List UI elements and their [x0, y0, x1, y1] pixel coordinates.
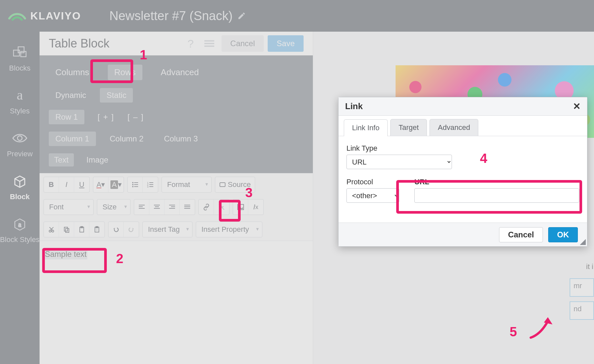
- size-select[interactable]: Size: [97, 199, 130, 215]
- image-button[interactable]: [233, 199, 248, 215]
- bg-color-button[interactable]: A▾: [108, 177, 124, 192]
- cut-button[interactable]: [44, 222, 59, 237]
- tab-dynamic[interactable]: Dynamic: [49, 88, 93, 103]
- tab-rows[interactable]: Rows: [108, 65, 142, 80]
- link-type-select[interactable]: URL: [346, 155, 452, 169]
- resize-grip-icon[interactable]: [580, 239, 586, 245]
- document-title[interactable]: Newsletter #7 (Snack): [109, 9, 246, 23]
- cancel-button[interactable]: Cancel: [222, 35, 264, 52]
- align-right-button[interactable]: [164, 199, 180, 215]
- font-select[interactable]: Font: [44, 199, 93, 215]
- sidebar-item-block[interactable]: Block: [10, 172, 30, 201]
- source-button[interactable]: Source: [215, 177, 255, 192]
- svg-rect-29: [171, 206, 175, 207]
- column-3-chip[interactable]: Column 3: [157, 132, 204, 146]
- preview-column-box: nd: [570, 301, 594, 320]
- svg-line-34: [219, 204, 224, 210]
- copy-button[interactable]: [59, 222, 74, 237]
- tab-image[interactable]: Image: [81, 153, 114, 167]
- dialog-body: Link Type URL Protocol <other> URL: [339, 136, 587, 223]
- svg-rect-7: [204, 43, 214, 44]
- editor-panel: Table Block ? Cancel Save Columns Rows A…: [40, 32, 313, 364]
- tab-advanced[interactable]: Advanced: [154, 65, 206, 80]
- insert-tag-select[interactable]: Insert Tag: [143, 222, 192, 237]
- sidebar-label: Block Styles: [0, 235, 40, 244]
- dialog-titlebar[interactable]: Link ✕: [339, 97, 587, 116]
- undo-button[interactable]: [108, 222, 124, 237]
- structure-tabs: Columns Rows Advanced: [49, 65, 304, 80]
- mode-tabs: Dynamic Static: [49, 88, 304, 103]
- align-justify-button[interactable]: [180, 199, 195, 215]
- sidebar-item-blocks[interactable]: Blocks: [9, 44, 31, 73]
- redo-button[interactable]: [124, 222, 139, 237]
- styles-icon: a: [11, 86, 29, 104]
- svg-point-4: [17, 136, 22, 140]
- dialog-tabs: Link Info Target Advanced: [339, 116, 587, 136]
- svg-rect-22: [139, 205, 145, 205]
- svg-rect-18: [149, 184, 153, 185]
- sidebar-item-preview[interactable]: Preview: [7, 129, 33, 158]
- align-center-button[interactable]: [149, 199, 164, 215]
- url-input[interactable]: [414, 188, 579, 203]
- paste-text-button[interactable]: T: [89, 222, 104, 237]
- link-type-label: Link Type: [346, 144, 579, 153]
- dialog-ok-button[interactable]: OK: [548, 227, 578, 242]
- preview-fragment: it i: [586, 262, 593, 271]
- italic-button[interactable]: I: [59, 177, 74, 192]
- topbar: KLAVIYO Newsletter #7 (Snack): [0, 0, 594, 32]
- editor-canvas[interactable]: Sample text: [40, 241, 313, 364]
- underline-button[interactable]: U: [74, 177, 89, 192]
- align-left-button[interactable]: [134, 199, 149, 215]
- preview-icon: [11, 129, 29, 147]
- save-button[interactable]: Save: [268, 35, 304, 52]
- paste-button[interactable]: [74, 222, 89, 237]
- svg-rect-23: [139, 206, 143, 207]
- tab-columns[interactable]: Columns: [49, 65, 96, 80]
- number-list-button[interactable]: 123: [143, 177, 158, 192]
- svg-rect-33: [184, 208, 190, 209]
- insert-property-select[interactable]: Insert Property: [196, 222, 262, 237]
- svg-text:a: a: [18, 221, 21, 228]
- unlink-button[interactable]: [214, 199, 229, 215]
- svg-rect-26: [155, 206, 159, 207]
- edit-title-icon[interactable]: [237, 12, 246, 20]
- source-label: Source: [228, 180, 251, 189]
- svg-rect-30: [169, 208, 175, 209]
- svg-rect-31: [184, 205, 190, 205]
- dialog-close-button[interactable]: ✕: [573, 101, 580, 112]
- format-select[interactable]: Format: [162, 177, 211, 192]
- link-button[interactable]: [199, 199, 214, 215]
- tab-text[interactable]: Text: [49, 153, 74, 167]
- dialog-title: Link: [345, 101, 363, 111]
- preview-column-box: mr: [570, 278, 594, 297]
- sidebar-item-styles[interactable]: a Styles: [10, 86, 30, 115]
- svg-text:T: T: [96, 229, 98, 232]
- block-styles-icon: a: [11, 215, 29, 233]
- sample-text[interactable]: Sample text: [44, 249, 87, 259]
- help-icon[interactable]: ?: [184, 37, 197, 50]
- tab-static[interactable]: Static: [100, 88, 133, 103]
- panel-title: Table Block: [49, 37, 180, 50]
- bullet-list-button[interactable]: [128, 177, 143, 192]
- protocol-select[interactable]: <other>: [346, 188, 399, 203]
- svg-rect-12: [134, 184, 138, 185]
- dialog-tab-advanced[interactable]: Advanced: [430, 119, 478, 136]
- url-label: URL: [414, 178, 579, 186]
- menu-icon[interactable]: [201, 40, 218, 47]
- editor-header: Table Block ? Cancel Save: [40, 32, 313, 55]
- clear-format-button[interactable]: Ix: [248, 199, 263, 215]
- row-1-chip[interactable]: Row 1: [49, 110, 84, 124]
- dialog-cancel-button[interactable]: Cancel: [499, 227, 543, 242]
- column-1-chip[interactable]: Column 1: [49, 132, 96, 146]
- dialog-tab-target[interactable]: Target: [390, 119, 427, 136]
- sidebar-item-block-styles[interactable]: a Block Styles: [0, 215, 40, 244]
- remove-row-button[interactable]: [ – ]: [128, 112, 144, 122]
- column-2-chip[interactable]: Column 2: [103, 132, 150, 146]
- add-row-button[interactable]: [ + ]: [98, 112, 114, 122]
- protocol-label: Protocol: [346, 178, 399, 186]
- svg-point-13: [132, 186, 134, 187]
- text-color-button[interactable]: A▾: [93, 177, 108, 192]
- svg-rect-6: [204, 40, 214, 42]
- dialog-tab-link-info[interactable]: Link Info: [344, 119, 388, 136]
- bold-button[interactable]: B: [44, 177, 59, 192]
